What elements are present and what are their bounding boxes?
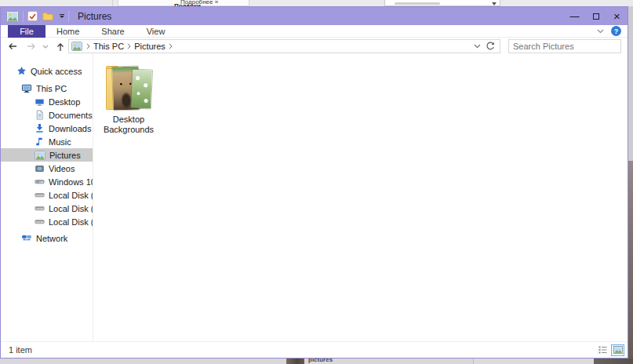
chevron-down-icon <box>492 2 497 5</box>
sidebar-item-videos[interactable]: Videos <box>1 162 93 175</box>
background-app-right-strip <box>628 6 633 359</box>
arrow-up-icon <box>56 42 65 52</box>
close-button[interactable]: × <box>606 7 628 25</box>
breadcrumb-pictures[interactable]: Pictures <box>134 42 166 51</box>
quick-access-toolbar <box>27 11 64 21</box>
sidebar-item-network[interactable]: Network <box>1 231 93 245</box>
network-icon <box>21 233 32 243</box>
desktop-icon <box>35 97 45 107</box>
navigation-bar: This PC Pictures <box>1 38 628 54</box>
forward-button[interactable] <box>26 42 37 51</box>
minimize-button[interactable]: — <box>564 7 585 25</box>
item-count: 1 item <box>9 345 32 355</box>
maximize-icon <box>593 13 599 20</box>
folder-desktop-backgrounds[interactable]: Desktop Backgrounds <box>101 64 156 135</box>
large-icons-view-icon <box>613 346 623 354</box>
details-view-icon <box>598 346 607 354</box>
music-note-icon <box>35 136 45 147</box>
star-icon <box>16 66 27 76</box>
sidebar-item-local-disk-e[interactable]: Local Disk (E:) <box>1 202 93 215</box>
overline <box>60 14 64 15</box>
sidebar-item-documents[interactable]: Documents <box>1 108 93 122</box>
status-bar: 1 item <box>1 341 628 358</box>
divider <box>112 0 113 6</box>
explorer-window: Pictures — × File Home Share View ? <box>0 6 628 359</box>
address-bar[interactable]: This PC Pictures <box>68 39 500 53</box>
arrow-left-icon <box>7 42 18 51</box>
tab-file[interactable]: File <box>8 25 45 38</box>
ribbon-tab-bar: File Home Share View ? <box>1 25 628 38</box>
large-icons-view-button[interactable] <box>611 344 624 356</box>
title-bar[interactable]: Pictures — × <box>1 7 628 25</box>
hard-drive-icon <box>35 203 45 213</box>
sidebar-item-local-disk-f[interactable]: Local Disk (F:) <box>1 215 93 228</box>
search-box <box>508 39 621 53</box>
blurred-text <box>395 2 440 5</box>
breadcrumb-this-pc[interactable]: This PC <box>93 42 124 51</box>
download-arrow-icon <box>35 123 45 133</box>
navigation-pane: Quick access This PC <box>1 54 93 343</box>
breadcrumb-separator-icon <box>127 43 131 49</box>
background-dropdown <box>384 0 500 6</box>
qat-checkbox-button[interactable] <box>27 11 38 21</box>
computer-icon <box>21 83 32 93</box>
file-list-area[interactable]: Desktop Backgrounds <box>93 54 628 343</box>
maximize-button[interactable] <box>585 7 606 25</box>
search-input[interactable] <box>509 42 628 51</box>
tab-home[interactable]: Home <box>45 27 90 36</box>
sidebar-item-desktop[interactable]: Desktop <box>1 95 93 108</box>
chevron-down-icon <box>60 16 64 18</box>
explorer-window-icon <box>6 11 19 22</box>
tab-view[interactable]: View <box>136 27 176 36</box>
chevron-down-icon <box>42 45 49 49</box>
window-title: Pictures <box>78 11 111 22</box>
background-file-label: pictures <box>308 359 333 363</box>
details-view-button[interactable] <box>596 344 609 356</box>
window-controls: — × <box>564 7 628 25</box>
hard-drive-icon <box>35 217 45 227</box>
sidebar-item-pictures[interactable]: Pictures <box>1 148 93 162</box>
background-thumbnail <box>286 359 304 364</box>
sidebar-item-local-disk-d[interactable]: Local Disk (D:) <box>1 188 93 202</box>
hard-drive-icon <box>35 190 45 200</box>
sidebar-item-music[interactable]: Music <box>1 135 93 148</box>
folder-thumbnail <box>104 64 154 112</box>
qat-customize-dropdown[interactable] <box>60 14 64 18</box>
sidebar-item-quick-access[interactable]: Quick access <box>1 64 93 78</box>
checkbox-check-icon <box>27 11 38 21</box>
view-switcher <box>596 344 624 356</box>
breadcrumb-separator-icon <box>169 43 173 49</box>
close-icon: × <box>613 9 620 23</box>
help-button[interactable]: ? <box>611 26 621 36</box>
screen: Подробнее » Подарки pictures <box>0 0 633 364</box>
background-app-top-strip: Подробнее » Подарки <box>0 0 633 6</box>
background-app-bottom-strip: pictures <box>0 359 633 364</box>
background-photo <box>594 359 633 364</box>
qat-new-folder-button[interactable] <box>42 12 53 21</box>
video-icon <box>35 164 45 173</box>
pictures-folder-icon <box>71 42 82 51</box>
flowers-photo-preview <box>131 69 152 108</box>
back-button[interactable] <box>7 42 18 51</box>
background-photo <box>628 161 633 359</box>
breadcrumb-separator-icon <box>86 43 90 49</box>
divider <box>23 11 24 22</box>
picture-icon <box>35 151 45 160</box>
recent-locations-dropdown[interactable] <box>42 45 49 49</box>
tab-share[interactable]: Share <box>90 27 135 36</box>
sidebar-item-this-pc[interactable]: This PC <box>1 82 93 95</box>
folder-icon <box>42 12 53 21</box>
address-history-chevron-icon[interactable] <box>474 44 481 49</box>
help-icon: ? <box>614 27 619 35</box>
arrow-right-icon <box>26 42 37 51</box>
refresh-icon[interactable] <box>486 42 495 51</box>
window-body: Quick access This PC <box>1 54 628 343</box>
sidebar-item-windows-c-drive[interactable]: Windows 10 (C:) <box>1 175 93 188</box>
document-icon <box>35 110 45 120</box>
hard-drive-icon <box>35 177 45 187</box>
up-button[interactable] <box>56 42 65 52</box>
folder-name: Desktop Backgrounds <box>101 115 156 135</box>
sidebar-item-downloads[interactable]: Downloads <box>1 122 93 135</box>
ribbon-collapse-icon[interactable] <box>597 29 604 34</box>
divider <box>68 11 69 22</box>
